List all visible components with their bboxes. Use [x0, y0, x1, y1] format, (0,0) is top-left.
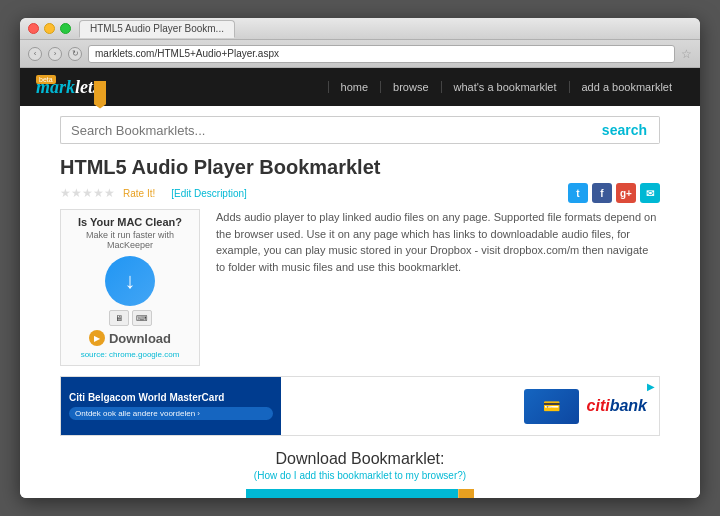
- close-button[interactable]: [28, 23, 39, 34]
- nav-links: home browse what's a bookmarklet add a b…: [328, 81, 684, 93]
- email-icon[interactable]: ✉: [640, 183, 660, 203]
- bookmark-icon[interactable]: ☆: [681, 47, 692, 61]
- ad-title: Is Your MAC Clean?: [67, 216, 193, 228]
- page-content: beta marklets home browse what's a bookm…: [20, 68, 700, 498]
- forward-button[interactable]: ›: [48, 47, 62, 61]
- bookmarklet-download-button[interactable]: HTML5 AUDIO PLAYER: [246, 489, 459, 498]
- rating-row: ★★★★★ Rate It! [Edit Description]: [60, 186, 247, 200]
- tab-title: HTML5 Audio Player Bookm...: [90, 23, 224, 34]
- bookmarklet-title: HTML5 Audio Player Bookmarklet: [60, 156, 660, 179]
- banner-cta[interactable]: Ontdek ook alle andere voordelen ›: [69, 407, 273, 420]
- search-input[interactable]: [60, 116, 590, 144]
- title-bar: HTML5 Audio Player Bookm...: [20, 18, 700, 40]
- search-row: search: [60, 116, 660, 144]
- facebook-icon[interactable]: f: [592, 183, 612, 203]
- ad-sub: Make it run faster with MacKeeper: [67, 230, 193, 250]
- edit-description-link[interactable]: [Edit Description]: [171, 188, 247, 199]
- search-button[interactable]: search: [590, 116, 660, 144]
- citi-red: citi: [587, 397, 610, 414]
- browser-window: HTML5 Audio Player Bookm... ‹ › ↻ markle…: [20, 18, 700, 498]
- download-section-title: Download Bookmarklet:: [60, 450, 660, 468]
- rate-it-link[interactable]: Rate It!: [123, 188, 155, 199]
- ad-source: source: chrome.google.com: [67, 350, 193, 359]
- social-row: ★★★★★ Rate It! [Edit Description] t f g+…: [60, 183, 660, 203]
- google-icon[interactable]: g+: [616, 183, 636, 203]
- mac-icon-2: ⌨: [132, 310, 152, 326]
- citibank-logo: citibank: [587, 397, 647, 415]
- url-text: marklets.com/HTML5+Audio+Player.aspx: [95, 48, 279, 59]
- twitter-icon[interactable]: t: [568, 183, 588, 203]
- banner-ad-left: Citi Belgacom World MasterCard Ontdek oo…: [61, 377, 281, 435]
- tab-bar: HTML5 Audio Player Bookm...: [79, 20, 692, 38]
- main-content: search HTML5 Audio Player Bookmarklet ★★…: [20, 106, 700, 498]
- nav-whats-bookmarklet[interactable]: what's a bookmarklet: [441, 81, 569, 93]
- logo-bookmark-accent: [94, 81, 106, 109]
- mac-icon-1: 🖥: [109, 310, 129, 326]
- bookmarklet-button-container: HTML5 AUDIO PLAYER: [60, 489, 660, 498]
- download-section: Download Bookmarklet: (How do I add this…: [60, 446, 660, 498]
- ad-arrow-icon: ▶: [647, 381, 655, 392]
- description-text: Adds audio player to play linked audio f…: [216, 209, 660, 366]
- banner-ad: Citi Belgacom World MasterCard Ontdek oo…: [60, 376, 660, 436]
- nav-add-bookmarklet[interactable]: add a bookmarklet: [569, 81, 685, 93]
- traffic-lights: [28, 23, 71, 34]
- nav-browse[interactable]: browse: [380, 81, 440, 93]
- site-logo: beta marklets: [36, 77, 100, 98]
- bookmark-tag-icon: [458, 489, 474, 498]
- social-icons: t f g+ ✉: [568, 183, 660, 203]
- citi-card-image: 💳: [524, 389, 579, 424]
- address-bar: ‹ › ↻ marklets.com/HTML5+Audio+Player.as…: [20, 40, 700, 68]
- left-ad: Is Your MAC Clean? Make it run faster wi…: [60, 209, 200, 366]
- banner-ad-right: 💳 citibank: [281, 389, 659, 424]
- how-to-add-link[interactable]: (How do I add this bookmarklet to my bro…: [60, 470, 660, 481]
- download-label[interactable]: Download: [109, 331, 171, 346]
- maximize-button[interactable]: [60, 23, 71, 34]
- content-area: Is Your MAC Clean? Make it run faster wi…: [60, 209, 660, 366]
- download-btn-row: ▶ Download: [67, 330, 193, 346]
- back-button[interactable]: ‹: [28, 47, 42, 61]
- download-orange-icon: ▶: [89, 330, 105, 346]
- site-nav: beta marklets home browse what's a bookm…: [20, 68, 700, 106]
- citi-blue: bank: [610, 397, 647, 414]
- stars[interactable]: ★★★★★: [60, 186, 115, 200]
- mac-icons-row: 🖥 ⌨: [67, 310, 193, 326]
- banner-title: Citi Belgacom World MasterCard: [69, 392, 273, 403]
- beta-badge: beta: [36, 75, 56, 84]
- nav-home[interactable]: home: [328, 81, 381, 93]
- download-circle-icon: ↓: [105, 256, 155, 306]
- url-bar[interactable]: marklets.com/HTML5+Audio+Player.aspx: [88, 45, 675, 63]
- reload-button[interactable]: ↻: [68, 47, 82, 61]
- active-tab[interactable]: HTML5 Audio Player Bookm...: [79, 20, 235, 38]
- minimize-button[interactable]: [44, 23, 55, 34]
